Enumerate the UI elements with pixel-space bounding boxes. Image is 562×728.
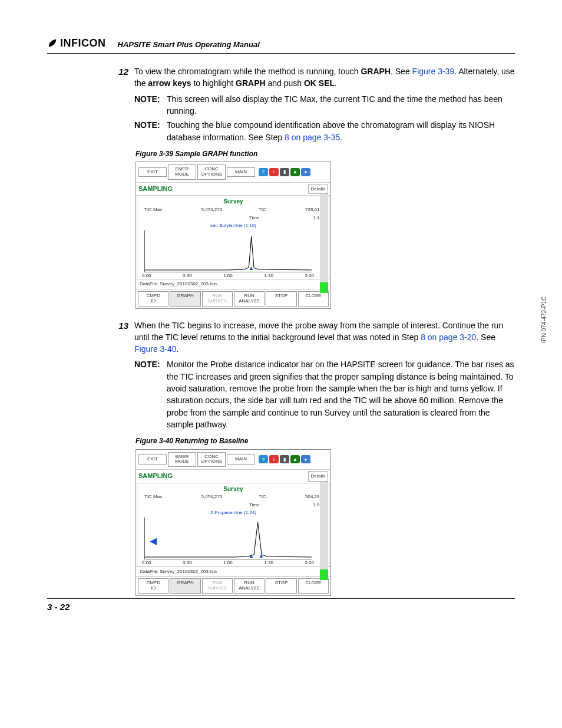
- tick: 1:30: [264, 559, 273, 566]
- cmpd-id-button[interactable]: CMPD ID: [138, 578, 168, 594]
- chart-panel: Survey TIC Max : 5,474,273 TIC : 729,619…: [138, 196, 328, 279]
- page-header: INFICON HAPSITE Smart Plus Operating Man…: [47, 35, 515, 54]
- info-icon[interactable]: i: [269, 455, 279, 463]
- bottombar: CMPD ID GRAPH RUN SURVEY RUN ANALYZE STO…: [136, 289, 330, 308]
- run-survey-button: RUN SURVEY: [202, 291, 233, 307]
- tick: 0:00: [142, 559, 151, 566]
- globe-icon: ●: [301, 455, 310, 463]
- run-analyze-button[interactable]: RUN ANALYZE: [234, 291, 265, 307]
- tick: 0:30: [183, 559, 192, 566]
- topbar: EXIT EMER MODE CONC OPTIONS MAIN ? i ▮ ▲…: [136, 450, 330, 470]
- figure-link[interactable]: Figure 3-40: [134, 344, 177, 354]
- time-label: Time:: [249, 215, 261, 222]
- footer-rule: [47, 598, 515, 599]
- step-link[interactable]: 8 on page 3-20: [421, 332, 476, 342]
- graph-button[interactable]: GRAPH: [170, 578, 200, 594]
- help-icon[interactable]: ?: [259, 455, 268, 463]
- note-label: NOTE:: [134, 93, 167, 117]
- note: NOTE: Monitor the Probe distance indicat…: [134, 358, 515, 430]
- battery-icon: ▮: [280, 455, 289, 463]
- text: . See: [391, 67, 412, 76]
- compound-id[interactable]: sec-Butylamine (1:16): [138, 222, 328, 229]
- tic-label: TIC :: [259, 207, 269, 212]
- device-screenshot-fig40: EXIT EMER MODE CONC OPTIONS MAIN ? i ▮ ▲…: [135, 449, 331, 596]
- exit-button[interactable]: EXIT: [138, 167, 167, 177]
- cmpd-id-button[interactable]: CMPD ID: [138, 291, 168, 307]
- info-icon[interactable]: i: [269, 168, 279, 176]
- exit-button[interactable]: EXIT: [138, 454, 167, 465]
- page-number: 3 - 22: [47, 601, 70, 614]
- step-link[interactable]: 8 on page 3-35: [285, 133, 340, 142]
- figure-caption: Figure 3-39 Sample GRAPH function: [135, 149, 515, 159]
- x-axis-ticks: 0:00 0:30 1:00 1:30 2:00: [138, 272, 328, 279]
- figure-caption: Figure 3-40 Returning to Baseline: [135, 436, 515, 446]
- datafile-label: DataFile: Survey_20100302_003.hps: [136, 279, 330, 289]
- step-number: 13: [112, 319, 128, 355]
- back-arrow-icon: ◀: [150, 534, 157, 548]
- survey-title: Survey: [138, 196, 328, 206]
- step-number: 12: [112, 65, 128, 90]
- figure-link[interactable]: Figure 3-39: [412, 67, 455, 76]
- text: To view the chromatogram while the metho…: [134, 67, 361, 76]
- survey-title: Survey: [138, 483, 328, 494]
- status-icons: ? i ▮ ▲ ●: [259, 455, 310, 463]
- main-button[interactable]: MAIN: [227, 454, 255, 465]
- run-survey-button: RUN SURVEY: [202, 578, 233, 594]
- datafile-label: DataFile: Survey_20100302_003.hps: [136, 566, 330, 577]
- tick: 0:30: [183, 272, 192, 279]
- note: NOTE: This screen will also display the …: [134, 93, 515, 117]
- peak-trace: [145, 518, 312, 559]
- bold: arrow keys: [148, 78, 191, 88]
- manual-title: HAPSITE Smart Plus Operating Manual: [118, 39, 260, 51]
- time-label: Time:: [249, 502, 261, 509]
- text: .: [335, 78, 337, 88]
- bar-empty: [320, 194, 328, 282]
- close-button[interactable]: CLOSE: [298, 578, 329, 594]
- status-icon: ▲: [290, 168, 300, 176]
- sampling-label: SAMPLING: [138, 472, 173, 481]
- bottombar: CMPD ID GRAPH RUN SURVEY RUN ANALYZE STO…: [136, 576, 330, 595]
- brand-text: INFICON: [60, 35, 106, 51]
- main-button[interactable]: MAIN: [227, 167, 255, 177]
- stop-button[interactable]: STOP: [266, 578, 296, 594]
- details-button[interactable]: Details: [308, 471, 328, 482]
- tick: 1:00: [223, 272, 233, 279]
- sampling-row: SAMPLING Details: [136, 469, 330, 483]
- emer-mode-button[interactable]: EMER MODE: [168, 164, 196, 180]
- conc-options-button[interactable]: CONC OPTIONS: [197, 452, 226, 467]
- sampling-label: SAMPLING: [138, 185, 173, 194]
- step-body: When the TIC begins to increase, move th…: [134, 319, 515, 355]
- graph-button[interactable]: GRAPH: [170, 291, 200, 307]
- globe-icon: ●: [301, 168, 310, 176]
- chart-panel: Survey TIC Max : 5,474,273 TIC : 504,298…: [138, 483, 328, 566]
- text: to highlight: [191, 78, 236, 88]
- status-icons: ? i ▮ ▲ ●: [259, 168, 310, 176]
- ticmax-label: TIC Max :: [144, 207, 165, 212]
- run-analyze-button[interactable]: RUN ANALYZE: [234, 578, 265, 594]
- probe-distance-bar: [320, 482, 328, 580]
- ipn-code: IPN 074-472-P1C: [540, 297, 549, 343]
- step-13: 13 When the TIC begins to increase, move…: [112, 319, 515, 355]
- close-button[interactable]: CLOSE: [298, 291, 329, 307]
- ticmax-label: TIC Max :: [144, 493, 165, 500]
- status-icon: ▲: [290, 455, 300, 463]
- compound-id[interactable]: 2-Propanamine (1:24): [138, 509, 328, 516]
- leaf-icon: [47, 38, 58, 48]
- bar-fill: [320, 282, 328, 293]
- marker-icon: ▲: [258, 552, 264, 561]
- bar-fill: [320, 569, 328, 580]
- bold: GRAPH: [361, 67, 391, 76]
- stop-button[interactable]: STOP: [266, 291, 296, 307]
- tick: 1:00: [223, 559, 233, 566]
- time-readout: Time: 1:18: [138, 215, 328, 223]
- marker-icon: ▲: [248, 264, 254, 273]
- text: . See: [476, 332, 495, 342]
- tic-label: TIC :: [259, 493, 269, 500]
- ticmax-value: 5,474,273: [201, 493, 222, 500]
- details-button[interactable]: Details: [308, 184, 328, 195]
- help-icon[interactable]: ?: [259, 168, 268, 176]
- conc-options-button[interactable]: CONC OPTIONS: [197, 164, 226, 180]
- tick: 2:00: [305, 272, 314, 279]
- text: .: [177, 344, 179, 354]
- emer-mode-button[interactable]: EMER MODE: [168, 452, 196, 467]
